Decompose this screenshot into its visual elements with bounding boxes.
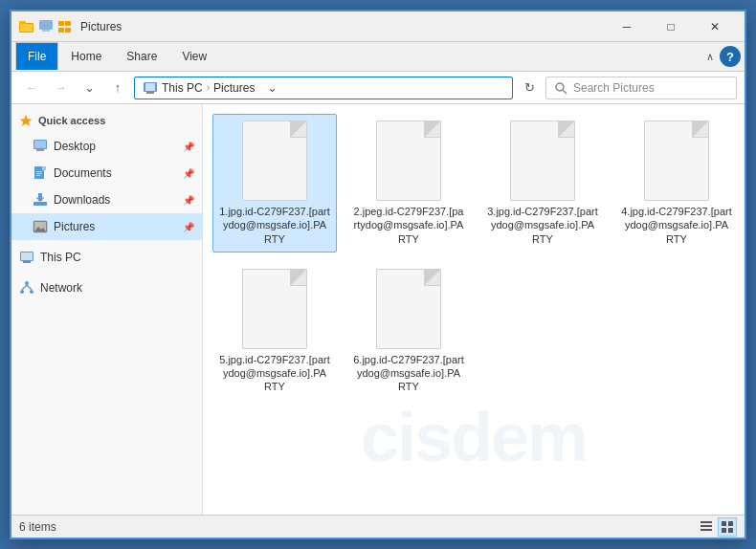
pin-pics-icon: 📌 <box>183 222 194 232</box>
window-controls: ─ □ ✕ <box>605 11 737 42</box>
svg-rect-11 <box>145 83 155 91</box>
downloads-icon <box>33 192 48 208</box>
sidebar-item-documents[interactable]: Documents 📌 <box>11 160 202 187</box>
file-area: cisdem 1.jpg.id-C279F237.[partydog@msgsa… <box>203 104 745 515</box>
view-toggle-buttons <box>697 517 737 537</box>
file-item[interactable]: 6.jpg.id-C279F237.[partydog@msgsafe.io].… <box>346 262 471 401</box>
svg-rect-42 <box>700 529 712 531</box>
file-name: 1.jpg.id-C279F237.[partydog@msgsafe.io].… <box>219 205 330 246</box>
sidebar-item-downloads[interactable]: Downloads 📌 <box>11 187 202 213</box>
svg-rect-46 <box>728 528 733 533</box>
collapse-icon[interactable]: ∧ <box>706 51 714 63</box>
file-icon-page <box>510 121 575 201</box>
svg-line-13 <box>563 90 567 94</box>
tab-view[interactable]: View <box>169 42 219 71</box>
search-placeholder: Search Pictures <box>573 81 655 95</box>
search-icon <box>554 81 567 95</box>
tab-file[interactable]: File <box>15 42 58 71</box>
sidebar-section-quick-access: Quick access <box>11 108 202 133</box>
recent-locations-button[interactable]: ⌄ <box>77 77 101 99</box>
file-explorer-window: Pictures ─ □ ✕ File Home Share View ∧ ? <box>10 10 746 539</box>
path-dropdown-button[interactable]: ⌄ <box>262 78 281 98</box>
tab-share[interactable]: Share <box>114 42 169 71</box>
path-this-pc: This PC <box>162 81 203 95</box>
items-count: 6 items <box>19 520 56 534</box>
view-icons-button[interactable] <box>718 517 737 537</box>
pin-icon <box>38 19 54 34</box>
file-name: 6.jpg.id-C279F237.[partydog@msgsafe.io].… <box>353 353 464 394</box>
tab-home[interactable]: Home <box>58 42 114 71</box>
refresh-button[interactable]: ↻ <box>517 77 542 99</box>
documents-icon <box>33 165 48 181</box>
ribbon: File Home Share View ∧ ? <box>11 42 745 72</box>
network-icon <box>19 280 34 296</box>
file-item[interactable]: 2.jpeg.id-C279F237.[partydog@msgsafe.io]… <box>346 114 471 253</box>
help-button[interactable]: ? <box>720 46 741 67</box>
sidebar-item-network[interactable]: Network <box>11 274 202 301</box>
sidebar-downloads-label: Downloads <box>54 193 110 207</box>
sidebar-item-desktop[interactable]: Desktop 📌 <box>11 133 202 160</box>
file-item[interactable]: 1.jpg.id-C279F237.[partydog@msgsafe.io].… <box>212 114 337 253</box>
file-icon-page <box>242 121 307 201</box>
folder-icon <box>19 19 34 34</box>
sidebar-item-thispc[interactable]: This PC <box>11 244 202 271</box>
svg-point-37 <box>30 290 33 294</box>
watermark: cisdem <box>361 398 587 476</box>
sidebar-network-label: Network <box>40 281 82 295</box>
quick-access-label: Quick access <box>38 115 105 126</box>
pin-docs-icon: 📌 <box>183 168 194 179</box>
close-button[interactable]: ✕ <box>693 11 737 42</box>
file-item[interactable]: 5.jpg.id-C279F237.[partydog@msgsafe.io].… <box>212 262 337 401</box>
sidebar-pictures-label: Pictures <box>54 220 95 233</box>
svg-point-36 <box>20 290 24 294</box>
svg-rect-4 <box>42 30 50 32</box>
up-button[interactable]: ↑ <box>105 77 130 99</box>
back-button[interactable]: ← <box>19 77 44 99</box>
svg-rect-3 <box>39 20 53 30</box>
svg-rect-16 <box>36 149 44 151</box>
path-pictures: Pictures <box>213 81 255 95</box>
svg-rect-8 <box>65 28 71 33</box>
svg-rect-24 <box>33 202 47 206</box>
svg-rect-7 <box>58 28 64 33</box>
svg-rect-45 <box>722 528 726 533</box>
window-title: Pictures <box>80 20 605 33</box>
sidebar-item-pictures[interactable]: Pictures 📌 <box>11 213 202 240</box>
view-details-button[interactable] <box>697 517 716 537</box>
svg-rect-17 <box>34 141 46 148</box>
minimize-button[interactable]: ─ <box>605 11 649 42</box>
svg-rect-6 <box>65 21 71 26</box>
search-box[interactable]: Search Pictures <box>545 77 737 99</box>
file-icon-page <box>644 121 709 201</box>
address-path[interactable]: This PC › Pictures ⌄ <box>134 77 513 99</box>
maximize-button[interactable]: □ <box>649 11 693 42</box>
svg-rect-23 <box>36 175 40 176</box>
status-bar: 6 items <box>11 515 745 538</box>
svg-rect-22 <box>36 173 42 174</box>
forward-button[interactable]: → <box>48 77 73 99</box>
quickaccess-icon <box>19 114 33 127</box>
svg-point-30 <box>36 224 39 227</box>
file-item[interactable]: 3.jpg.id-C279F237.[partydog@msgsafe.io].… <box>480 114 605 253</box>
nav-icon <box>57 19 73 34</box>
icons-view-icon <box>721 520 734 534</box>
svg-rect-20 <box>42 166 46 170</box>
pin-dl-icon: 📌 <box>183 195 194 206</box>
file-item[interactable]: 4.jpg.id-C279F237.[partydog@msgsafe.io].… <box>614 114 739 253</box>
title-bar: Pictures ─ □ ✕ <box>11 11 745 42</box>
svg-rect-43 <box>722 521 726 526</box>
sidebar-desktop-label: Desktop <box>54 140 96 153</box>
file-icon-page <box>376 121 441 201</box>
svg-rect-40 <box>700 521 712 523</box>
svg-rect-10 <box>146 92 154 94</box>
details-view-icon <box>700 520 713 534</box>
svg-marker-14 <box>20 115 33 126</box>
ribbon-tabs: File Home Share View ∧ ? <box>11 42 745 71</box>
file-name: 4.jpg.id-C279F237.[partydog@msgsafe.io].… <box>621 205 732 246</box>
computer-icon <box>143 80 158 96</box>
file-icon-page <box>242 269 307 349</box>
sidebar-thispc-label: This PC <box>40 251 81 264</box>
svg-point-12 <box>556 83 564 91</box>
main-content: Quick access Desktop 📌 <box>11 104 745 515</box>
file-icon-page <box>376 269 441 349</box>
